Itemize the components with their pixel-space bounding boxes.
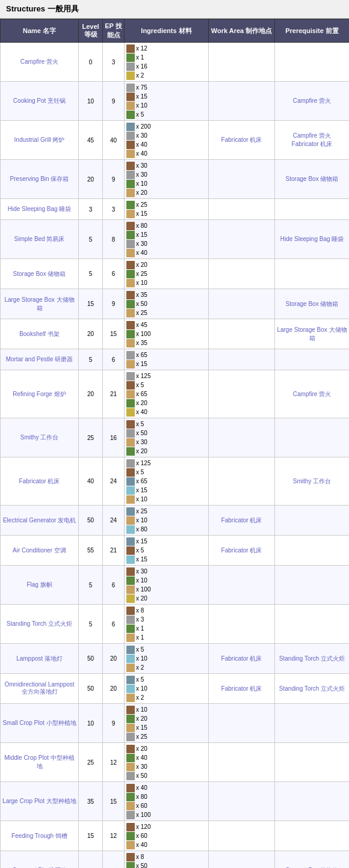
hide-icon (126, 516, 135, 525)
workarea-cell (209, 349, 275, 370)
ingredient-amount: x 45 (136, 320, 147, 329)
workarea-cell (209, 851, 275, 869)
ingredient-amount: x 25 (136, 507, 147, 516)
wood-icon (126, 607, 135, 615)
ingredient-amount: x 40 (136, 140, 147, 149)
fiber-icon (126, 447, 135, 456)
ingredient-amount: x 125 (136, 459, 150, 468)
col-header-3: Ingredients 材料 (125, 19, 209, 43)
ingredient-amount: x 15 (136, 209, 147, 218)
workarea-cell (209, 418, 275, 457)
ingredients-cell: x 30x 30x 10x 20 (125, 160, 209, 199)
stone-icon (126, 351, 135, 359)
ingredient-amount: x 15 (136, 92, 147, 101)
stone-icon (126, 772, 135, 780)
ingredient-amount: x 40 (136, 248, 147, 257)
ingredient-amount: x 30 (136, 567, 147, 576)
stone-icon (126, 459, 135, 468)
prereq-cell: Storage Box 储物箱 (275, 289, 350, 319)
level-cell: 3 (79, 199, 103, 220)
level-cell: 5 (79, 566, 103, 605)
ingredient-amount: x 8 (136, 606, 144, 615)
name-cell: Air Conditioner 空调 (1, 536, 79, 566)
ingredients-cell: x 40x 80x 60x 100 (125, 782, 209, 821)
ingredient-amount: x 20 (136, 260, 147, 269)
workarea-cell (209, 457, 275, 506)
workarea-cell (209, 821, 275, 851)
prereq-cell: Storage Box 储物箱 (275, 160, 350, 199)
table-row: Simple Bed 简易床58x 80x 15x 30x 40Hide Sle… (1, 220, 350, 259)
ingredient-amount: x 35 (136, 338, 147, 347)
prereq-cell: Large Storage Box 大储物箱 (275, 319, 350, 349)
hide-icon (126, 495, 135, 504)
stone-icon (126, 132, 135, 140)
level-cell: 25 (79, 418, 103, 457)
hide-icon (126, 724, 135, 732)
name-cell: Large Crop Plot 大型种植地 (1, 782, 79, 821)
hide-icon (126, 189, 135, 197)
ingredient-amount: x 20 (136, 399, 147, 408)
hide-icon (126, 802, 135, 810)
name-cell: Refining Forge 熔炉 (1, 370, 79, 418)
ingredient-amount: x 8 (136, 852, 144, 861)
wood-icon (126, 745, 135, 753)
ingredient-amount: x 5 (136, 420, 144, 429)
table-row: Lamppost 落地灯5020x 5x 10x 2Fabricator 机床S… (1, 644, 350, 674)
table-row: Industrial Grill 烤炉4540x 200x 30x 40x 40… (1, 121, 350, 160)
ingredient-amount: x 40 (136, 783, 147, 792)
wood-icon (126, 321, 135, 329)
stone-icon (126, 811, 135, 819)
ep-cell: 3 (103, 43, 125, 82)
ingredient-amount: x 125 (136, 371, 150, 381)
ingredient-amount: x 100 (136, 810, 150, 819)
wood-icon (126, 381, 135, 390)
ingredients-cell: x 80x 15x 30x 40 (125, 220, 209, 259)
ingredients-cell: x 8x 50x 15x 12 (125, 851, 209, 869)
workarea-cell: Fabricator 机床 (209, 121, 275, 160)
level-cell: 50 (79, 674, 103, 704)
ep-cell: 24 (103, 457, 125, 506)
ingredients-cell: x 5x 10x 2 (125, 674, 209, 704)
prereq-cell (275, 259, 350, 289)
workarea-cell (209, 220, 275, 259)
hide-icon (126, 360, 135, 368)
fiber-icon (126, 231, 135, 239)
stone-icon (126, 429, 135, 438)
prereq-cell: Standing Torch 立式火炬 (275, 674, 350, 704)
ingredient-amount: x 80 (136, 792, 147, 801)
table-row: Bookshelf 书架2015x 45x 100x 35Large Stora… (1, 319, 350, 349)
prereq-cell (275, 349, 350, 370)
hide-icon (126, 279, 135, 287)
col-header-2: EP 技能点 (103, 19, 125, 43)
workarea-cell (209, 82, 275, 121)
ingredient-amount: x 30 (136, 131, 147, 140)
name-cell: Small Crop Plot 小型种植地 (1, 704, 79, 743)
ingredient-amount: x 50 (136, 771, 147, 780)
level-cell: 10 (79, 82, 103, 121)
ingredient-amount: x 15 (136, 230, 147, 239)
prereq-cell (275, 782, 350, 821)
wood-icon (126, 853, 135, 861)
ingredients-cell: x 65x 15 (125, 349, 209, 370)
ingredient-amount: x 60 (136, 831, 147, 840)
name-cell: Flag 旗帜 (1, 566, 79, 605)
stone-icon (126, 733, 135, 741)
wood-icon (126, 222, 135, 230)
ep-cell: 24 (103, 506, 125, 536)
ingredient-amount: x 10 (136, 101, 147, 110)
ingredients-cell: x 12x 1x 16x 2 (125, 43, 209, 82)
metal-icon (126, 477, 135, 486)
wood-icon (126, 261, 135, 269)
ep-cell: 20 (103, 644, 125, 674)
ingredients-cell: x 15x 5x 15 (125, 536, 209, 566)
ep-cell: 6 (103, 349, 125, 370)
level-cell: 15 (79, 851, 103, 869)
name-cell: Compost Bin 堆肥箱 (1, 851, 79, 869)
level-cell: 50 (79, 644, 103, 674)
ingredient-amount: x 40 (136, 149, 147, 158)
table-row: Flag 旗帜56x 30x 10x 100x 20 (1, 566, 350, 605)
ep-cell: 6 (103, 259, 125, 289)
thatch-icon (126, 594, 135, 603)
ingredients-cell: x 30x 10x 100x 20 (125, 566, 209, 605)
prereq-cell (275, 704, 350, 743)
